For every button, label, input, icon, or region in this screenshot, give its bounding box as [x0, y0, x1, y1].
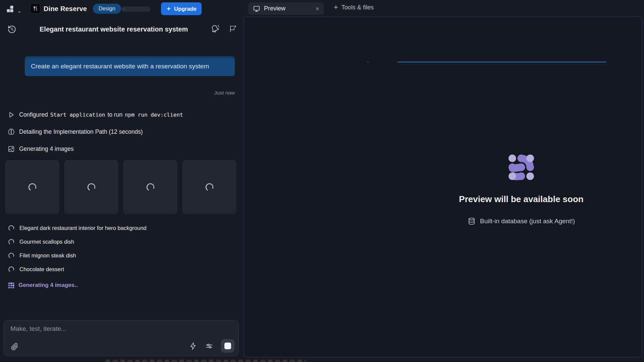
image-placeholder-card[interactable]	[182, 160, 236, 214]
image-icon	[7, 145, 15, 153]
upgrade-button[interactable]: Upgrade	[161, 2, 202, 15]
play-icon	[7, 111, 15, 119]
tab-preview[interactable]: Preview ×	[248, 2, 324, 15]
loading-progress-line	[397, 62, 606, 62]
spinner-icon	[205, 183, 214, 192]
flag-plus-icon[interactable]	[229, 25, 237, 33]
agent-event-list: Configured Start application to run npm …	[7, 111, 183, 153]
brain-icon	[7, 128, 15, 136]
agent-dots-logo	[508, 154, 535, 181]
notification-bell-icon[interactable]	[211, 24, 220, 33]
task-label: Elegant dark restaurant interior for her…	[19, 225, 147, 231]
empty-state-title: Preview will be available soon	[459, 194, 583, 204]
tab-label: Preview	[264, 5, 312, 12]
image-placeholder-grid	[5, 160, 236, 214]
event-text: Detailing the Implementation Path (12 se…	[19, 128, 143, 135]
image-placeholder-card[interactable]	[64, 160, 118, 214]
image-placeholder-card[interactable]	[5, 160, 59, 214]
preview-empty-state: Preview will be available soon Built-in …	[404, 154, 639, 225]
design-mode-badge[interactable]: Design	[93, 4, 121, 14]
sparkle-icon	[166, 6, 171, 11]
stop-button[interactable]	[221, 339, 234, 353]
app-icon[interactable]	[30, 3, 40, 13]
tools-and-files-button[interactable]: + Tools & files	[334, 4, 374, 11]
stop-square-icon	[224, 343, 231, 349]
message-timestamp: Just now	[25, 90, 235, 96]
spinner-icon	[8, 252, 14, 259]
event-generating-images[interactable]: Generating 4 images	[7, 145, 183, 153]
plus-icon: +	[334, 4, 338, 11]
usage-progress-bar	[122, 7, 150, 11]
generation-task-list: Elegant dark restaurant interior for her…	[8, 224, 147, 273]
image-placeholder-card[interactable]	[123, 160, 177, 214]
chat-composer	[3, 320, 239, 356]
user-message-bubble: Create an elegant restaurant website wit…	[25, 56, 235, 76]
close-icon[interactable]: ×	[315, 5, 319, 12]
spinner-icon	[8, 266, 14, 273]
task-label: Gourmet scallops dish	[19, 239, 74, 245]
power-boost-icon[interactable]	[189, 342, 197, 350]
event-configured-run[interactable]: Configured Start application to run npm …	[7, 111, 183, 119]
event-text: Generating 4 images	[19, 145, 73, 153]
task-label: Filet mignon steak dish	[19, 252, 76, 259]
loading-progress-track	[397, 64, 606, 64]
database-icon	[468, 217, 476, 225]
generation-task-row[interactable]: Chocolate dessert	[8, 265, 147, 273]
generation-task-row[interactable]: Elegant dark restaurant interior for her…	[8, 224, 147, 232]
upgrade-label: Upgrade	[174, 6, 197, 12]
event-text: to run	[107, 111, 122, 118]
chat-input[interactable]	[10, 325, 198, 333]
settings-sliders-icon[interactable]	[205, 342, 214, 351]
generation-task-row[interactable]: Filet mignon steak dish	[8, 251, 147, 259]
event-text: Configured	[19, 111, 48, 118]
generating-status: Generating 4 images..	[8, 281, 78, 289]
chevron-down-icon[interactable]: ⌄	[17, 7, 22, 14]
agent-dots-icon	[8, 282, 14, 289]
top-header: ⌄ Dine Reserve Design Upgrade	[0, 0, 244, 19]
preview-panel: Preview will be available soon Built-in …	[244, 16, 642, 357]
event-code: npm run dev:client	[125, 112, 183, 118]
task-label: Chocolate dessert	[19, 266, 64, 273]
event-thinking[interactable]: Detailing the Implementation Path (12 se…	[7, 128, 183, 136]
clipped-footer-text	[106, 360, 306, 362]
monitor-icon	[253, 5, 260, 12]
generating-status-label: Generating 4 images..	[18, 282, 78, 289]
empty-state-subtitle: Built-in database (just ask Agent!)	[480, 218, 575, 225]
loading-dot	[367, 61, 369, 63]
workspace-logo-icon[interactable]	[7, 5, 15, 13]
attachment-paperclip-icon[interactable]	[10, 342, 19, 351]
app-window: ⌄ Dine Reserve Design Upgrade Elegant re…	[0, 0, 644, 362]
spinner-icon	[28, 183, 37, 192]
spinner-icon	[8, 239, 14, 245]
session-title: Elegant restaurant website reservation s…	[40, 25, 188, 33]
fork-knife-icon	[33, 6, 38, 11]
history-icon[interactable]	[7, 25, 16, 34]
tools-files-label: Tools & files	[341, 4, 374, 11]
app-name: Dine Reserve	[44, 5, 87, 13]
spinner-icon	[8, 225, 14, 231]
event-code: Start application	[50, 112, 105, 118]
spinner-icon	[146, 183, 155, 192]
generation-task-row[interactable]: Gourmet scallops dish	[8, 238, 147, 246]
spinner-icon	[87, 183, 96, 192]
